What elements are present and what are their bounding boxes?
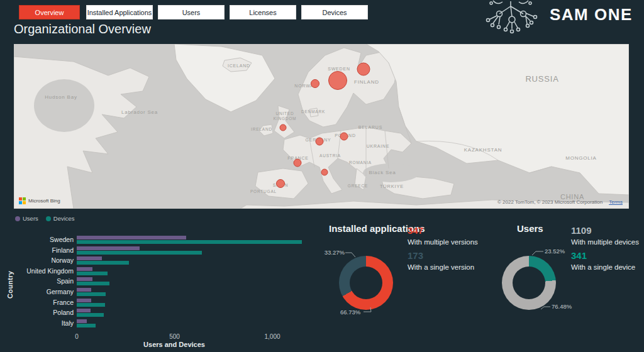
nav-button-users[interactable]: Users — [158, 5, 225, 19]
page-title: Organizational Overview — [14, 22, 151, 36]
y-axis-title: Country — [6, 271, 14, 299]
map-bubble-finland[interactable] — [357, 63, 370, 76]
x-axis-tick: 500 — [162, 333, 187, 340]
map-country-label: PORTUGAL — [250, 189, 277, 194]
map-bubble-france[interactable] — [294, 159, 302, 167]
map-country-label: UKRAINE — [367, 144, 390, 148]
bing-attribution[interactable]: Microsoft Bing — [19, 197, 60, 204]
legend-users-label: Users — [23, 215, 38, 222]
map-bubble-italy[interactable] — [321, 169, 328, 176]
bar-category-label: Finland — [14, 246, 74, 255]
donut-apps[interactable] — [339, 256, 393, 310]
users-pct-multiple: 76.48% — [552, 303, 572, 310]
bar-devices-norway[interactable] — [77, 261, 129, 265]
dashboard: Overview Installed Applications Users Li… — [0, 0, 644, 352]
map-country-label: RUSSIA — [525, 74, 558, 84]
apps-multiple-versions-label: With multiple versions — [408, 238, 478, 246]
map-country-label: TÜRKIYE — [380, 184, 404, 189]
map-country-label: KAZAKHSTAN — [464, 147, 502, 153]
copyright-text: © 2022 TomTom, © 2023 Microsoft Corporat… — [497, 199, 602, 205]
donut-users[interactable] — [502, 256, 556, 310]
users-single-device-label: With a single device — [571, 263, 635, 271]
map-bubble-norway[interactable] — [311, 79, 319, 88]
users-multiple-devices-label: With multiple devices — [571, 238, 639, 246]
bar-users-italy[interactable] — [77, 319, 87, 323]
users-legend-dot-icon — [15, 216, 20, 221]
bar-devices-poland[interactable] — [77, 313, 104, 317]
apps-pct-single: 33.27% — [318, 249, 345, 256]
x-axis-tick: 0 — [64, 333, 89, 340]
nav-button-installed-applications[interactable]: Installed Applications — [86, 5, 153, 19]
bar-category-label: Spain — [14, 277, 74, 285]
nav-button-licenses[interactable]: Licenses — [230, 5, 296, 19]
apps-single-version-value: 173 — [408, 250, 423, 261]
map-country-label: UNITED — [276, 111, 294, 116]
map-land-shapes — [14, 44, 629, 209]
map-country-label: IRELAND — [251, 127, 272, 131]
bar-devices-italy[interactable] — [77, 324, 96, 327]
bar-devices-united-kingdom[interactable] — [77, 272, 108, 275]
map-country-label: DENMARK — [301, 109, 325, 114]
map-bubble-sweden[interactable] — [328, 71, 347, 90]
terms-link[interactable]: Terms — [609, 199, 623, 205]
bar-chart-legend: Users Devices — [15, 215, 75, 222]
map-country-label: SWEDEN — [328, 67, 350, 71]
network-tree-logo-icon — [480, 0, 543, 35]
donut-apps-hole — [350, 267, 382, 299]
bar-category-label: France — [14, 299, 74, 307]
map-country-label: CHINA — [560, 193, 584, 201]
map-country-label: Hudson Bay — [45, 94, 77, 100]
map-bubble-spain[interactable] — [276, 179, 285, 188]
map-country-label: AUSTRIA — [319, 153, 341, 158]
devices-legend-dot-icon — [46, 216, 51, 221]
bar-devices-spain[interactable] — [77, 282, 109, 285]
bar-chart: Country Users and Devices SwedenFinlandN… — [14, 233, 314, 351]
bar-users-spain[interactable] — [77, 277, 92, 281]
users-pct-single: 23.52% — [545, 248, 565, 255]
bar-devices-sweden[interactable] — [77, 240, 302, 244]
apps-multiple-versions-value: 347 — [408, 225, 423, 236]
bar-devices-finland[interactable] — [77, 251, 202, 255]
microsoft-logo-icon — [19, 197, 26, 204]
x-axis-tick: 1,000 — [260, 333, 285, 340]
users-multiple-devices-value: 1109 — [571, 225, 592, 236]
map-country-label: Labrador Sea — [121, 109, 158, 115]
bing-label: Microsoft Bing — [28, 198, 60, 204]
brand-title: SAM ONE — [550, 5, 633, 25]
map-country-label: KINGDOM — [274, 116, 297, 121]
bar-category-label: United Kingdom — [14, 267, 74, 275]
bar-users-united-kingdom[interactable] — [77, 267, 92, 271]
bar-category-label: Italy — [14, 319, 74, 327]
legend-item-users[interactable]: Users — [15, 215, 38, 222]
legend-item-devices[interactable]: Devices — [46, 215, 75, 222]
apps-pct-multiple: 66.73% — [340, 309, 360, 316]
map-country-label: Black Sea — [369, 170, 396, 175]
bar-category-label: Norway — [14, 256, 74, 265]
donut-users-hole — [513, 267, 545, 299]
map-bubble-germany[interactable] — [316, 138, 324, 146]
map-bubble-united-kingdom[interactable] — [280, 124, 287, 131]
nav-button-devices[interactable]: Devices — [301, 5, 368, 19]
x-axis-title: Users and Devices — [111, 341, 237, 348]
bar-users-germany[interactable] — [77, 288, 91, 292]
map-country-label: FINLAND — [354, 79, 379, 85]
bar-category-label: Sweden — [14, 236, 74, 244]
bar-users-france[interactable] — [77, 299, 91, 302]
bar-category-label: Germany — [14, 288, 74, 296]
apps-single-version-label: With a single version — [408, 263, 474, 271]
map-bubble-poland[interactable] — [340, 133, 348, 141]
bar-users-sweden[interactable] — [77, 236, 186, 239]
bar-users-finland[interactable] — [77, 246, 140, 250]
bar-users-poland[interactable] — [77, 309, 91, 312]
nav-button-overview[interactable]: Overview — [19, 5, 80, 19]
map-country-label: ICELAND — [228, 63, 250, 68]
map-country-label: ROMANIA — [349, 160, 372, 165]
users-single-device-value: 341 — [571, 250, 587, 261]
legend-devices-label: Devices — [53, 215, 75, 222]
users-donut-title: Users — [517, 223, 543, 234]
map-country-label: GREECE — [348, 184, 368, 188]
map[interactable]: Microsoft Bing © 2022 TomTom, © 2023 Mic… — [14, 44, 629, 209]
bar-devices-france[interactable] — [77, 303, 105, 307]
bar-devices-germany[interactable] — [77, 292, 106, 296]
bar-users-norway[interactable] — [77, 256, 102, 260]
